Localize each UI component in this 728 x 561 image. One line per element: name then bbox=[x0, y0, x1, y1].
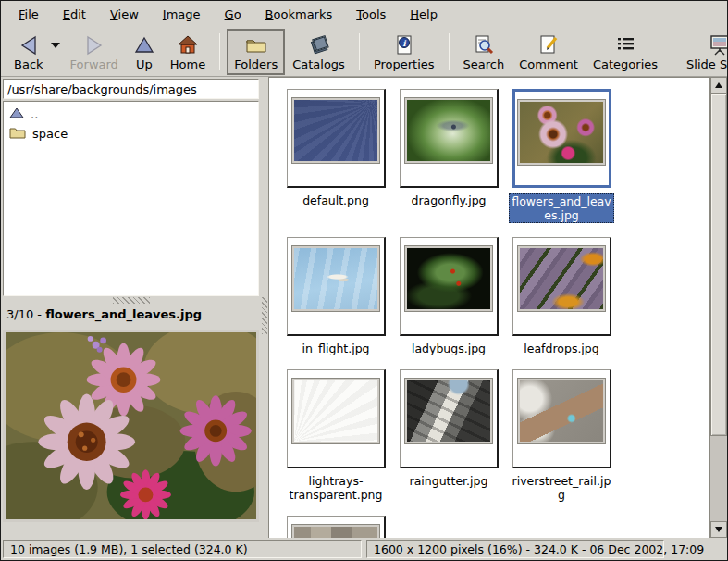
slide-show-button[interactable]: Slide Show bbox=[679, 29, 728, 75]
preview-image bbox=[3, 330, 259, 522]
menu-help[interactable]: Help bbox=[401, 5, 446, 24]
app-window: File Edit View Image Go Bookmarks Tools … bbox=[0, 0, 728, 561]
selected-filename: flowers_and_leaves.jpg bbox=[45, 307, 202, 321]
thumbnail-row: in_flight.jpg ladybugs.jpg leafdrops.jpg bbox=[279, 237, 709, 369]
forward-icon bbox=[83, 32, 105, 57]
menu-image[interactable]: Image bbox=[154, 5, 209, 24]
thumbnail-leafdrops[interactable]: leafdrops.jpg bbox=[505, 237, 618, 355]
thumbnail-label: raingutter.jpg bbox=[408, 474, 490, 488]
thumbnail-dragonfly[interactable]: dragonfly.jpg bbox=[392, 89, 505, 223]
status-images-summary: 10 images (1.9 MB), 1 selected (324.0 K) bbox=[3, 540, 362, 558]
thumbnail-label: dragonfly.jpg bbox=[409, 193, 487, 207]
arrow-down-icon bbox=[715, 527, 722, 532]
thumbnail-row: default.png dragonfly.jpg flowers_and_le… bbox=[279, 89, 709, 237]
categories-button[interactable]: Categories bbox=[586, 29, 665, 75]
image-browser: default.png dragonfly.jpg flowers_and_le… bbox=[268, 77, 727, 538]
back-icon bbox=[18, 32, 40, 57]
thumbnail-in-flight[interactable]: in_flight.jpg bbox=[279, 237, 392, 355]
scrollbar-track[interactable] bbox=[710, 94, 727, 521]
thumbnail-label: default.png bbox=[301, 193, 371, 207]
preview-splitter[interactable]: 3/10 - flowers_and_leaves.jpg bbox=[1, 296, 261, 330]
thumbnail-image bbox=[518, 379, 605, 443]
list-icon bbox=[614, 32, 636, 57]
splitter-grip[interactable] bbox=[262, 297, 267, 334]
forward-button[interactable]: Forward bbox=[63, 29, 126, 75]
up-icon bbox=[133, 32, 155, 57]
thumbnail-grid: default.png dragonfly.jpg flowers_and_le… bbox=[268, 77, 709, 538]
status-image-details: 1600 x 1200 pixels (16%) - 324.0 K - 06 … bbox=[366, 540, 664, 558]
thumbnail-row bbox=[279, 516, 709, 538]
content-area: .. space 3/10 - flowers_and_leaves.jpg bbox=[1, 77, 727, 538]
thumbnail-image bbox=[405, 246, 492, 311]
up-triangle-icon bbox=[9, 106, 24, 122]
thumbnail-default[interactable]: default.png bbox=[279, 89, 392, 223]
thumbnail-image bbox=[292, 379, 379, 443]
left-panel: .. space 3/10 - flowers_and_leaves.jpg bbox=[1, 77, 261, 538]
thumbnail-row: lightrays-transparent.png raingutter.jpg… bbox=[279, 369, 709, 516]
thumbnail-flowers-and-leaves[interactable]: flowers_and_leaves.jpg bbox=[505, 89, 618, 223]
toolbar-separator bbox=[672, 33, 672, 70]
menu-view[interactable]: View bbox=[102, 5, 147, 24]
menu-tools[interactable]: Tools bbox=[348, 5, 394, 24]
menu-edit[interactable]: Edit bbox=[55, 5, 94, 24]
thumbnail-image bbox=[292, 246, 379, 311]
thumbnail-label: riverstreet_rail.jpg bbox=[509, 474, 614, 502]
thumbnail-image bbox=[518, 100, 605, 165]
statusbar: 10 images (1.9 MB), 1 selected (324.0 K)… bbox=[1, 538, 727, 560]
folder-icon bbox=[9, 126, 26, 142]
thumbnail-partial[interactable] bbox=[279, 516, 392, 538]
search-icon bbox=[473, 32, 495, 57]
panel-splitter[interactable] bbox=[261, 77, 268, 538]
edit-note-icon bbox=[537, 32, 560, 57]
folders-button[interactable]: Folders bbox=[227, 29, 285, 75]
thumbnail-image bbox=[405, 379, 492, 443]
back-history-dropdown[interactable] bbox=[51, 29, 63, 75]
thumbnail-label: ladybugs.jpg bbox=[410, 342, 487, 355]
thumbnail-image bbox=[292, 98, 379, 163]
thumbnail-riverstreet-rail[interactable]: riverstreet_rail.jpg bbox=[505, 369, 618, 502]
thumbnail-ladybugs[interactable]: ladybugs.jpg bbox=[392, 237, 505, 355]
projector-screen-icon bbox=[708, 32, 728, 57]
toolbar-separator bbox=[219, 33, 220, 70]
folder-tree: .. space bbox=[3, 101, 259, 296]
location-input[interactable] bbox=[3, 79, 259, 99]
home-button[interactable]: Home bbox=[163, 29, 213, 75]
comment-button[interactable]: Comment bbox=[512, 29, 586, 75]
toolbar-separator bbox=[449, 33, 450, 70]
menubar: File Edit View Image Go Bookmarks Tools … bbox=[1, 1, 727, 27]
splitter-grip[interactable] bbox=[113, 297, 150, 304]
thumbnail-label: flowers_and_leaves.jpg bbox=[509, 193, 614, 223]
thumbnail-image bbox=[405, 98, 492, 163]
folder-item-parent[interactable]: .. bbox=[6, 105, 256, 124]
thumbnail-label: lightrays-transparent.png bbox=[283, 474, 389, 502]
up-button[interactable]: Up bbox=[126, 29, 163, 75]
back-button[interactable]: Back bbox=[6, 29, 51, 75]
scroll-down-button[interactable] bbox=[710, 521, 727, 538]
home-icon bbox=[177, 32, 199, 57]
menu-file[interactable]: File bbox=[10, 5, 47, 24]
menu-go[interactable]: Go bbox=[216, 5, 250, 24]
search-button[interactable]: Search bbox=[456, 29, 512, 75]
thumbnail-image bbox=[518, 246, 605, 311]
info-icon: i bbox=[393, 32, 415, 57]
properties-button[interactable]: i Properties bbox=[366, 29, 442, 75]
selection-status: 3/10 - flowers_and_leaves.jpg bbox=[6, 307, 202, 321]
book-icon bbox=[307, 32, 331, 57]
thumbnail-raingutter[interactable]: raingutter.jpg bbox=[392, 369, 505, 502]
folder-icon bbox=[244, 32, 268, 57]
folder-item-space[interactable]: space bbox=[6, 124, 256, 143]
toolbar-separator bbox=[359, 33, 360, 70]
arrow-up-icon bbox=[715, 82, 722, 88]
chevron-down-icon bbox=[51, 43, 60, 48]
catalogs-button[interactable]: Catalogs bbox=[285, 29, 352, 75]
thumbnail-label: leafdrops.jpg bbox=[522, 342, 600, 355]
toolbar: Back Forward Up Home bbox=[1, 27, 727, 77]
thumbnail-label: in_flight.jpg bbox=[300, 342, 371, 355]
vertical-scrollbar[interactable] bbox=[709, 77, 727, 538]
menu-bookmarks[interactable]: Bookmarks bbox=[257, 5, 341, 24]
thumbnail-image bbox=[292, 525, 379, 538]
scroll-up-button[interactable] bbox=[710, 77, 727, 94]
scrollbar-thumb[interactable] bbox=[710, 94, 727, 436]
thumbnail-lightrays[interactable]: lightrays-transparent.png bbox=[279, 369, 392, 502]
preview-pane bbox=[1, 330, 261, 538]
